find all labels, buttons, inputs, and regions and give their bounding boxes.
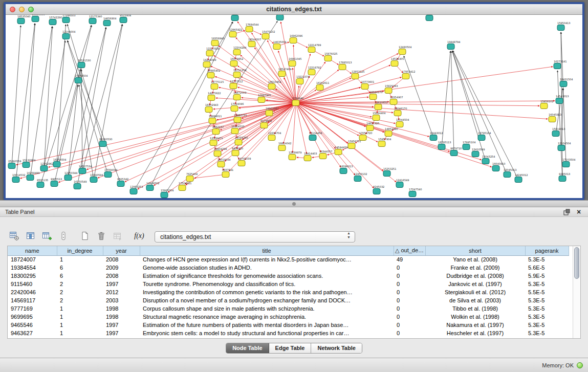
graph-node[interactable]: 18414403 [304, 152, 317, 161]
graph-edge[interactable] [451, 51, 454, 150]
cell-name[interactable]: 18724007 [8, 255, 57, 264]
graph-node[interactable]: 15475102 [262, 30, 275, 39]
graph-node[interactable]: 14904502 [146, 182, 159, 191]
graph-node[interactable]: 18795113 [438, 141, 451, 150]
cell-short[interactable]: Dudbridge et al. (2008) [425, 272, 525, 280]
cell-year[interactable]: 1998 [103, 304, 140, 313]
graph-node[interactable]: 14594429 [335, 146, 347, 155]
graph-edge[interactable] [59, 104, 293, 182]
network-canvas[interactable]: 1724940183589431222783914204049178854021… [6, 15, 582, 198]
graph-node[interactable]: 12757512 [230, 80, 243, 89]
cell-short[interactable]: Hescheler et al. (1997) [425, 329, 525, 337]
cell-title[interactable]: Changes of HCN gene expression and I(f) … [140, 255, 394, 264]
cell-pagerank[interactable]: 5.3E-5 [525, 313, 569, 321]
graph-node[interactable]: 17247540 [409, 188, 422, 197]
graph-node[interactable]: 12751259 [233, 69, 246, 78]
graph-node[interactable]: 18535040 [17, 15, 30, 24]
new-column-icon[interactable] [40, 229, 54, 243]
cell-short[interactable]: Tibbo et al. (1998) [425, 304, 525, 313]
cell-pagerank[interactable]: 5.3E-5 [525, 296, 569, 304]
graph-node[interactable]: 15034504 [75, 74, 88, 83]
import-table-icon[interactable] [111, 229, 125, 243]
graph-node[interactable]: 16795104 [478, 132, 491, 141]
graph-edge[interactable] [314, 51, 324, 56]
cell-year[interactable]: 1997 [103, 321, 140, 329]
graph-edge[interactable] [236, 31, 245, 34]
graph-node[interactable]: 14204049 [203, 58, 216, 68]
table-row[interactable]: 1456911722003Disruption of a novel membe… [8, 296, 569, 304]
graph-node[interactable]: 12953253 [130, 185, 143, 194]
graph-node[interactable]: 16019034 [217, 158, 230, 167]
cell-year[interactable]: 1997 [103, 280, 140, 288]
graph-node[interactable]: 13354907 [390, 96, 403, 105]
cell-pagerank[interactable]: 5.3E-5 [525, 280, 569, 288]
graph-node[interactable]: 20260530 [99, 138, 112, 147]
graph-node[interactable]: 12450344 [64, 171, 77, 181]
cell-pagerank[interactable]: 5.3E-5 [525, 329, 569, 337]
graph-node[interactable]: 14872009 [233, 91, 246, 100]
graph-node[interactable]: 12204704 [268, 132, 281, 141]
graph-node[interactable]: 18358943 [211, 37, 224, 46]
graph-node[interactable]: 10014532 [12, 173, 25, 183]
table-row[interactable]: 2242004622012Investigating the contribut… [8, 288, 569, 296]
column-header-year[interactable]: year [103, 246, 140, 255]
graph-node[interactable]: 16344557 [319, 150, 332, 159]
scrollbar-thumb[interactable] [574, 247, 579, 279]
tab-node-table[interactable]: Node Table [226, 343, 269, 353]
graph-node[interactable]: 15044504 [396, 118, 409, 127]
graph-node[interactable]: 12865922 [229, 28, 242, 37]
graph-node[interactable]: 12610651 [375, 101, 387, 110]
table-row[interactable]: 969969511998Structural magnetic resonanc… [8, 313, 569, 321]
cell-out-degree[interactable]: 0 [394, 321, 425, 329]
graph-node[interactable]: 9174602 [260, 119, 272, 128]
graph-node[interactable]: 17084044 [104, 168, 117, 178]
graph-node[interactable]: 20531530 [78, 59, 91, 68]
graph-node[interactable]: 15132904 [23, 159, 35, 168]
graph-edge[interactable] [404, 56, 432, 135]
graph-node[interactable]: 18130476 [276, 15, 289, 20]
graph-node[interactable]: 14537534 [79, 165, 92, 174]
graph-node[interactable]: 18302027 [266, 107, 278, 116]
graph-edge[interactable] [299, 101, 555, 103]
function-builder-icon[interactable]: f(x) [132, 229, 146, 243]
graph-edge[interactable] [87, 104, 293, 169]
graph-node[interactable]: 12204284 [233, 46, 246, 55]
graph-node[interactable]: 18302943 [205, 103, 218, 113]
column-header-title[interactable]: title [140, 246, 394, 255]
graph-edge[interactable] [79, 85, 93, 177]
graph-node[interactable]: 17024046 [231, 102, 244, 112]
cell-name[interactable]: 9463627 [8, 329, 57, 337]
graph-node[interactable]: 14852940 [385, 127, 398, 137]
graph-node[interactable]: 15134458 [309, 132, 322, 141]
graph-edge[interactable] [297, 105, 321, 152]
graph-node[interactable]: 15957904 [378, 138, 391, 147]
graph-node[interactable]: 14543013 [556, 95, 569, 104]
table-row[interactable]: 911546021997Tourette syndrome. Phenomeno… [8, 280, 569, 288]
graph-edge[interactable] [16, 24, 35, 177]
float-panel-icon[interactable] [562, 208, 571, 216]
graph-node[interactable]: 14702039 [238, 157, 251, 166]
graph-node[interactable]: 14526305 [391, 57, 404, 67]
cell-in-degree[interactable]: 1 [57, 321, 103, 329]
cell-pagerank[interactable]: 5.3E-5 [525, 321, 569, 329]
graph-edge[interactable] [31, 27, 52, 174]
table-row[interactable]: 946554611997Estimation of the future num… [8, 321, 569, 329]
table-row[interactable]: 1872400712008Changes of HCN gene express… [8, 255, 569, 264]
graph-node[interactable]: 9245013 [559, 172, 570, 182]
cell-short[interactable]: Nakamura et al. (1997) [425, 321, 525, 329]
graph-node[interactable]: 9905513 [51, 178, 62, 187]
cell-year[interactable]: 2003 [103, 296, 140, 304]
cell-in-degree[interactable]: 1 [57, 313, 103, 321]
cell-in-degree[interactable]: 1 [57, 304, 103, 313]
graph-node[interactable]: 15919013 [552, 127, 565, 137]
cell-pagerank[interactable]: 5.9E-5 [525, 272, 569, 280]
zoom-window-icon[interactable] [28, 7, 34, 12]
graph-edge[interactable] [68, 25, 102, 141]
cell-in-degree[interactable]: 6 [57, 264, 103, 272]
cell-pagerank[interactable]: 5.5E-5 [525, 288, 569, 296]
graph-node[interactable]: 9454920 [232, 147, 243, 156]
graph-node[interactable]: 15723209 [231, 15, 244, 21]
column-header-pagerank[interactable]: pagerank [525, 246, 569, 255]
cell-title[interactable]: Investigating the contribution of common… [140, 288, 394, 296]
cell-title[interactable]: Estimation of significance thresholds fo… [140, 272, 394, 280]
